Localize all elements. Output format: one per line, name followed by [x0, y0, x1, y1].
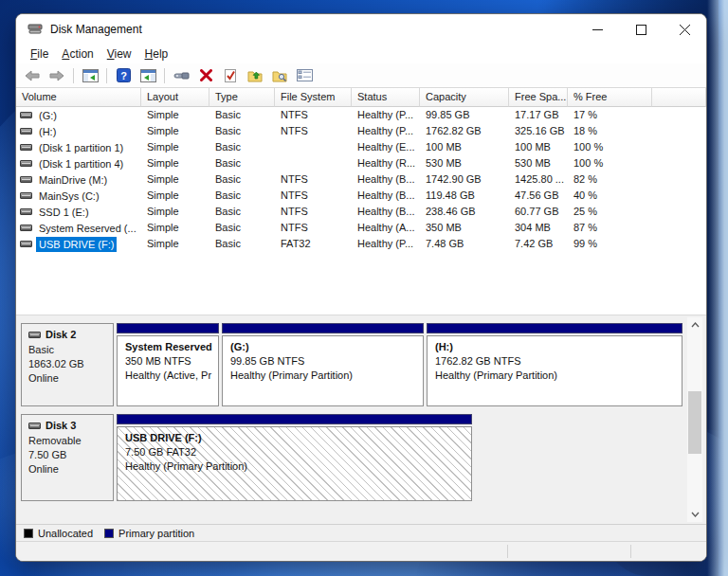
disk-2-state: Online — [28, 371, 107, 386]
column-header-status[interactable]: Status — [352, 88, 420, 107]
legend-bar: Unallocated Primary partition — [16, 524, 706, 541]
disk-3-state: Online — [28, 462, 107, 477]
column-header-file-system[interactable]: File System — [275, 88, 352, 107]
drive-icon — [20, 112, 32, 118]
selected-volume-label: USB DRIVE (F:) — [36, 237, 117, 252]
menu-view[interactable]: View — [100, 45, 138, 63]
table-row-selected[interactable]: USB DRIVE (F:) Simple Basic FAT32 Health… — [16, 236, 706, 252]
primary-partition-swatch — [104, 529, 114, 538]
disk-3-partitions: USB DRIVE (F:) 7.50 GB FAT32 Healthy (Pr… — [117, 414, 472, 501]
app-icon — [27, 22, 43, 37]
window-controls — [575, 14, 706, 45]
drive-icon — [20, 208, 32, 215]
disk-2-size: 1863.02 GB — [28, 357, 107, 371]
vertical-scrollbar[interactable] — [687, 317, 702, 522]
volume-cell: SSD 1 (E:) — [16, 204, 141, 220]
statusbar-divider — [507, 545, 508, 558]
toolbar: ? — [16, 63, 706, 88]
volume-cell: (Disk 1 partition 4) — [16, 155, 141, 171]
toolbar-separator — [106, 68, 107, 83]
legend-primary-partition: Primary partition — [104, 528, 194, 539]
partition-h[interactable]: (H:) 1762.82 GB NTFS Healthy (Primary Pa… — [427, 323, 682, 406]
console-tree-icon[interactable] — [80, 66, 100, 85]
legend-unallocated: Unallocated — [24, 528, 93, 539]
volume-cell: MainDrive (M:) — [16, 171, 141, 188]
table-row[interactable]: System Reserved (... Simple Basic NTFS H… — [16, 220, 706, 236]
open-folder-icon[interactable] — [245, 66, 265, 85]
partition-g[interactable]: (G:) 99.85 GB NTFS Healthy (Primary Part… — [222, 323, 424, 406]
column-header-capacity[interactable]: Capacity — [420, 88, 509, 107]
status-bar — [16, 541, 706, 561]
primary-partition-bar — [427, 323, 682, 333]
statusbar-divider — [630, 545, 631, 558]
partition-system-reserved[interactable]: System Reserved 350 MB NTFS Healthy (Act… — [117, 323, 219, 406]
scroll-down-icon[interactable] — [687, 507, 702, 522]
desktop: { "window": { "title": "Disk Management"… — [0, 0, 728, 576]
volume-cell: (G:) — [16, 107, 141, 123]
partition-usb-drive-selected[interactable]: USB DRIVE (F:) 7.50 GB FAT32 Healthy (Pr… — [117, 414, 472, 501]
window-title: Disk Management — [50, 23, 142, 36]
menu-action[interactable]: Action — [55, 45, 100, 63]
menu-file[interactable]: File — [24, 45, 55, 63]
table-row[interactable]: (H:) Simple Basic NTFS Healthy (P... 176… — [16, 123, 706, 139]
volume-list-header: Volume Layout Type File System Status Ca… — [16, 88, 706, 107]
toolbar-separator — [73, 68, 74, 83]
drive-icon — [20, 144, 32, 151]
properties-icon[interactable] — [294, 66, 315, 85]
disk-2-name: Disk 2 — [28, 329, 107, 340]
drive-icon — [20, 225, 32, 231]
disk-3-kind: Removable — [28, 434, 107, 448]
primary-partition-bar — [117, 323, 219, 333]
minimize-button[interactable] — [575, 14, 619, 45]
drive-icon — [20, 176, 32, 183]
table-row[interactable]: MainDrive (M:) Simple Basic NTFS Healthy… — [16, 171, 706, 188]
wallpaper-shape — [707, 0, 728, 576]
maximize-button[interactable] — [619, 14, 663, 45]
disk-3-label-panel[interactable]: Disk 3 Removable 7.50 GB Online — [21, 414, 114, 501]
selected-partition-body: USB DRIVE (F:) 7.50 GB FAT32 Healthy (Pr… — [117, 426, 472, 501]
disk-2-partitions: System Reserved 350 MB NTFS Healthy (Act… — [117, 323, 682, 406]
unallocated-swatch — [24, 529, 33, 538]
column-header-free-space[interactable]: Free Spa... — [509, 88, 568, 107]
back-icon[interactable] — [22, 66, 43, 85]
table-row[interactable]: (Disk 1 partition 4) Simple Basic Health… — [16, 155, 706, 171]
scroll-up-icon[interactable] — [687, 317, 702, 333]
disk-2-label-panel[interactable]: Disk 2 Basic 1863.02 GB Online — [21, 323, 114, 406]
disk-icon — [28, 423, 41, 429]
delete-volume-icon[interactable] — [195, 66, 216, 85]
primary-partition-bar — [117, 414, 472, 424]
svg-text:?: ? — [120, 70, 127, 81]
column-header-type[interactable]: Type — [209, 88, 275, 107]
drive-icon — [20, 160, 32, 167]
scrollbar-thumb[interactable] — [688, 391, 701, 454]
table-row[interactable]: (Disk 1 partition 1) Simple Basic Health… — [16, 139, 706, 155]
action-pane-icon[interactable] — [137, 66, 158, 85]
menubar: File Action View Help — [16, 45, 706, 63]
titlebar[interactable]: Disk Management — [16, 14, 706, 45]
table-row[interactable]: (G:) Simple Basic NTFS Healthy (P... 99.… — [16, 107, 706, 123]
primary-partition-bar — [222, 323, 424, 333]
volume-list: Volume Layout Type File System Status Ca… — [16, 88, 706, 315]
table-row[interactable]: MainSys (C:) Simple Basic NTFS Healthy (… — [16, 188, 706, 204]
column-header-layout[interactable]: Layout — [141, 88, 209, 107]
table-row[interactable]: SSD 1 (E:) Simple Basic NTFS Healthy (B.… — [16, 204, 706, 220]
volume-cell: (H:) — [16, 123, 141, 139]
forward-icon[interactable] — [46, 66, 67, 85]
volume-cell: (Disk 1 partition 1) — [16, 139, 141, 155]
help-icon[interactable]: ? — [113, 66, 134, 85]
disk-2-block: Disk 2 Basic 1863.02 GB Online System Re… — [21, 323, 683, 406]
disk-3-size: 7.50 GB — [28, 448, 107, 462]
disk-management-window: Disk Management File Action View Help — [15, 13, 707, 562]
volume-cell: MainSys (C:) — [16, 188, 141, 204]
menu-help[interactable]: Help — [138, 45, 175, 63]
disk-icon — [28, 332, 41, 338]
disk-3-name: Disk 3 — [28, 420, 107, 431]
change-drive-letter-icon[interactable] — [171, 66, 191, 85]
explore-folder-icon[interactable] — [269, 66, 290, 85]
close-button[interactable] — [663, 14, 706, 45]
column-header-volume[interactable]: Volume — [16, 88, 141, 107]
column-header-pct-free[interactable]: % Free — [568, 88, 652, 107]
disk-2-kind: Basic — [28, 343, 107, 357]
toolbar-separator — [164, 68, 165, 83]
mark-active-icon[interactable] — [220, 66, 241, 85]
